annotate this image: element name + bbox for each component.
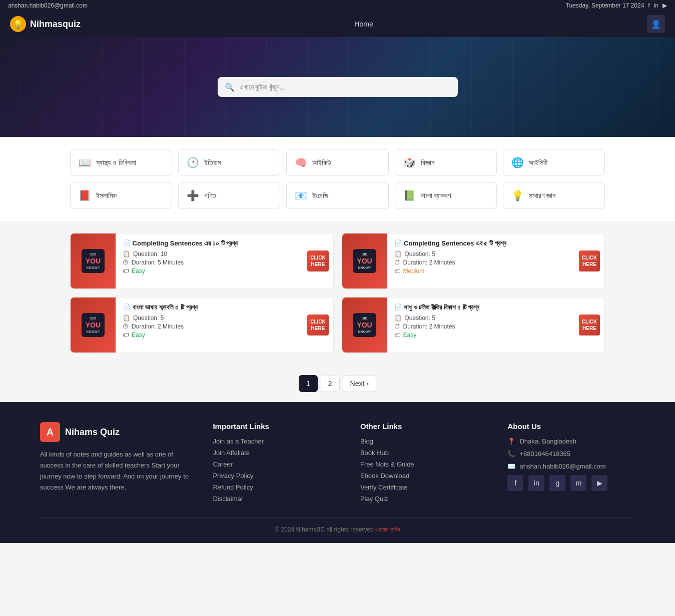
cat-icon-bangla: 📗 (403, 190, 416, 202)
category-card-math[interactable]: ➕গণিত (178, 182, 280, 209)
quiz-difficulty: 🏷Easy (123, 332, 296, 338)
quiz-difficulty: 🏷Easy (123, 268, 296, 274)
about-col: About Us 📍 Dhaka, Bangladesh 📞 +88016464… (507, 422, 635, 502)
cat-label: আইসিটি (529, 158, 548, 167)
footer-grid: A Nihams Quiz All kinds of notes and gui… (40, 422, 635, 502)
linkedin-social-icon[interactable]: in (528, 475, 544, 491)
footer-brand-name: Nihams Quiz (65, 427, 120, 438)
chevron-right-icon: › (366, 380, 369, 388)
important-links-heading: Important Links (213, 422, 340, 430)
other-link[interactable]: Free Nots & Guide (360, 460, 488, 468)
quiz-title: 📄 Completing Sentences এর ৫ টি প্রশ্ন (394, 240, 568, 248)
top-bar-right: Tuesday, September 17 2024 f in ▶ (566, 2, 667, 9)
quiz-thumbnail: DID YOU KNOW? (71, 234, 116, 288)
click-here-button[interactable]: CLICKHERE (307, 314, 329, 336)
phone: 📞 +8801646418365 (507, 450, 635, 458)
category-card-ict[interactable]: 🌐আইসিটি (503, 149, 605, 176)
important-link[interactable]: Refund Policy (213, 484, 340, 491)
author-link[interactable]: এহসান হাবিব (375, 526, 400, 533)
quiz-questions: 📋Question: 5 (394, 314, 568, 322)
important-link[interactable]: Disclaimar (213, 495, 340, 502)
quiz-meta: 📋Question: 5 ⏱Duration: 2 Minutes 🏷Easy (123, 314, 296, 338)
quiz-duration: ⏱Duration: 2 Minutes (123, 323, 296, 330)
click-here-button[interactable]: CLICKHERE (579, 314, 600, 336)
footer-brand-col: A Nihams Quiz All kinds of notes and gui… (40, 422, 193, 502)
quiz-card: DID YOU KNOW? 📄 Completing Sentences এর … (70, 233, 334, 289)
quiz-click-area[interactable]: CLICKHERE (574, 234, 604, 288)
linkedin-icon[interactable]: in (654, 2, 658, 9)
cat-label: ইসলামিক (96, 192, 117, 200)
quiz-info: 📄 সাধু ও চলিত রীতির বিকাশ ৫ টি প্রশ্ন 📋Q… (387, 298, 575, 352)
github-social-icon[interactable]: g (549, 475, 565, 491)
quiz-grid: DID YOU KNOW? 📄 Completing Sentences এর … (70, 233, 605, 353)
cat-label: গণিত (204, 192, 216, 200)
quiz-duration: ⏱Duration: 5 Minutes (123, 259, 296, 266)
cat-icon-math: ➕ (187, 190, 199, 202)
cat-icon-health: 📖 (79, 156, 91, 168)
important-links-list: Join as a TeacherJoin AffeliateCareerPri… (213, 438, 340, 502)
top-bar: ahshan.habib026@gmail.com Tuesday, Septe… (0, 0, 675, 11)
youtube-icon[interactable]: ▶ (662, 2, 667, 9)
quiz-click-area[interactable]: CLICKHERE (574, 298, 604, 352)
cat-label: বিজ্ঞান (421, 158, 434, 167)
quiz-difficulty: 🏷Medium (394, 268, 568, 274)
quiz-click-area[interactable]: CLICKHERE (303, 234, 333, 288)
brand[interactable]: 💡 Nihmasquiz (10, 16, 81, 32)
important-link[interactable]: Join as a Teacher (213, 438, 340, 445)
youtube-social-icon[interactable]: ▶ (591, 475, 607, 491)
user-icon[interactable]: 👤 (647, 15, 665, 33)
nav-links: Home (354, 20, 373, 28)
search-input[interactable] (218, 77, 458, 97)
facebook-icon[interactable]: f (648, 2, 649, 9)
category-card-history[interactable]: 🕐ইতিহাস (178, 149, 280, 176)
page-button-2[interactable]: 2 (321, 375, 340, 392)
next-page-button[interactable]: Next › (343, 375, 376, 392)
quiz-click-area[interactable]: CLICKHERE (303, 298, 333, 352)
navbar: 💡 Nihmasquiz Home 👤 (0, 11, 675, 37)
click-here-button[interactable]: CLICKHERE (579, 250, 600, 272)
cat-icon-history: 🕐 (187, 156, 199, 168)
footer-brand: A Nihams Quiz (40, 422, 193, 442)
about-heading: About Us (507, 422, 635, 430)
other-link[interactable]: Blog (360, 438, 488, 445)
cat-label: স্বাস্থ্য ও চিকিৎসা (96, 158, 136, 167)
quiz-thumbnail: DID YOU KNOW? (71, 298, 116, 352)
click-here-button[interactable]: CLICKHERE (307, 250, 329, 272)
search-box: 🔍 (218, 77, 458, 97)
category-card-islamic[interactable]: 📕ইসলামিক (70, 182, 172, 209)
facebook-social-icon[interactable]: f (507, 475, 523, 491)
other-link[interactable]: Play Quiz (360, 495, 488, 502)
cat-icon-iq: 🧠 (295, 156, 307, 168)
search-icon: 🔍 (225, 82, 235, 92)
category-card-science[interactable]: 🎲বিজ্ঞান (395, 149, 497, 176)
important-links-col: Important Links Join as a TeacherJoin Af… (213, 422, 340, 502)
other-link[interactable]: Ebook Download (360, 472, 488, 480)
other-link[interactable]: Book Hub (360, 449, 488, 456)
cat-label: সাধারণ জ্ঞান (529, 192, 555, 200)
cat-icon-science: 🎲 (403, 156, 416, 168)
quiz-info: 📄 Completing Sentences এর ৫ টি প্রশ্ন 📋Q… (387, 234, 575, 288)
category-card-iq[interactable]: 🧠আইকিউ (286, 149, 388, 176)
contact-info: 📍 Dhaka, Bangladesh 📞 +8801646418365 ✉️ … (507, 438, 635, 470)
other-links-list: BlogBook HubFree Nots & GuideEbook Downl… (360, 438, 488, 502)
important-link[interactable]: Privacy Policy (213, 472, 340, 480)
category-card-bangla[interactable]: 📗বাংলা ব্যাকরণ (395, 182, 497, 209)
quiz-duration: ⏱Duration: 2 Minutes (394, 323, 568, 330)
footer-bottom: © 2024 NihamsBD all rights reserved এহসা… (40, 518, 635, 533)
medium-social-icon[interactable]: m (570, 475, 586, 491)
page-button-1[interactable]: 1 (299, 375, 318, 392)
cat-label: বাংলা ব্যাকরণ (421, 192, 451, 200)
quiz-duration: ⏱Duration: 2 Minutes (394, 259, 568, 266)
footer-socials: fingm▶ (507, 475, 635, 491)
nav-home[interactable]: Home (354, 20, 373, 28)
important-link[interactable]: Career (213, 460, 340, 468)
cat-icon-islamic: 📕 (79, 190, 91, 202)
category-card-health[interactable]: 📖স্বাস্থ্য ও চিকিৎসা (70, 149, 172, 176)
quiz-meta: 📋Question: 5 ⏱Duration: 2 Minutes 🏷Easy (394, 314, 568, 338)
social-links: f in ▶ (648, 2, 667, 9)
important-link[interactable]: Join Affeliate (213, 449, 340, 456)
category-card-english[interactable]: 📧ইংরেজি (286, 182, 388, 209)
category-card-general[interactable]: 💡সাধারণ জ্ঞান (503, 182, 605, 209)
other-link[interactable]: Verify Certificate (360, 484, 488, 491)
date: Tuesday, September 17 2024 (566, 2, 644, 9)
